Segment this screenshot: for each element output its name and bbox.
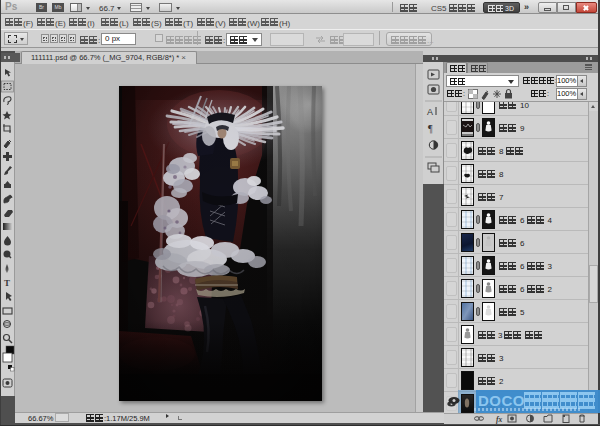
svg-text:T: T bbox=[4, 278, 10, 288]
svg-text:fx: fx bbox=[496, 415, 502, 424]
svg-text:A: A bbox=[427, 107, 433, 117]
svg-text:¶: ¶ bbox=[428, 123, 433, 134]
